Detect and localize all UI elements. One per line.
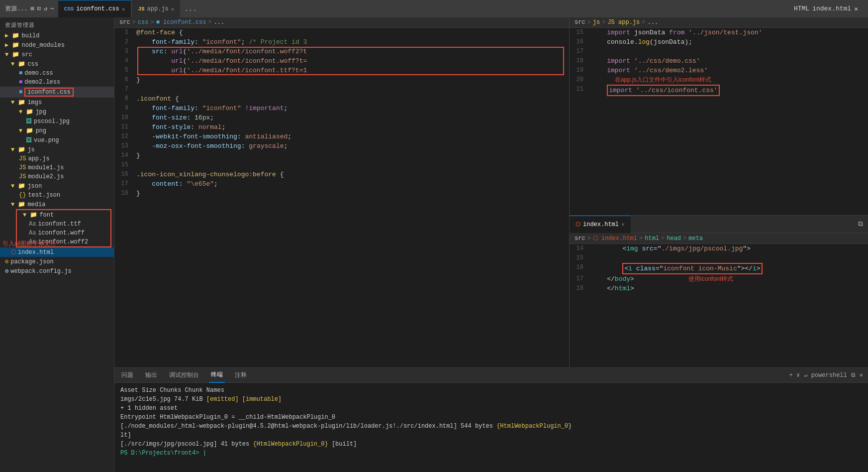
terminal-emitted: [emitted] [immutable] xyxy=(206,396,282,403)
more-icon[interactable]: ⋯ xyxy=(50,5,54,12)
sidebar-item-node-modules[interactable]: ▶ 📁 node_modules xyxy=(0,40,114,50)
sidebar-item-pscool-jpg[interactable]: 🖼 pscool.jpg xyxy=(0,117,114,126)
sidebar-item-iconfont-css-label: iconfont.css xyxy=(24,88,73,97)
left-breadcrumb-text: src xyxy=(119,19,130,26)
powershell-label: ↵ powershell xyxy=(804,371,847,379)
terminal-pscool-chunk: {HtmlWebpackPlugin_0} xyxy=(253,441,328,448)
tab-index-html-label: index.html xyxy=(583,221,619,228)
sidebar-item-css[interactable]: ▼ 📁 css xyxy=(0,59,114,69)
js-file-icon-module2: JS xyxy=(19,173,26,180)
split-terminal-icon[interactable]: ⧉ xyxy=(851,372,856,379)
tab-comments[interactable]: 注释 xyxy=(233,368,249,383)
title-bar-left: 资源... ⊞ ⊡ ↺ ⋯ xyxy=(5,4,54,13)
tab-more-button[interactable]: ... xyxy=(181,5,199,13)
terminal-prompt: PS D:\Projects\front4> | xyxy=(120,450,206,457)
code-line-16: 16 .icon-icon_xinlang-chunselogo:before … xyxy=(114,170,569,179)
new-file-icon[interactable]: ⊞ xyxy=(31,5,34,12)
sidebar-item-js-folder[interactable]: ▼ 📁 js xyxy=(0,145,114,154)
tab-index-html[interactable]: ⬡ index.html ✕ xyxy=(570,216,631,233)
terminal-img-asset: imgs/2c1e5.jpg 74.7 KiB xyxy=(120,396,206,403)
terminal-entrypoint: Entrypoint HtmlWebpackPlugin_0 = __child… xyxy=(120,414,335,421)
html-annotation-text: 使用iconfont样式 xyxy=(688,275,733,282)
new-terminal-button[interactable]: + ∨ xyxy=(789,371,800,379)
code-line-8: 8 .iconfont { xyxy=(114,94,569,104)
sidebar-item-build-label: build xyxy=(21,32,39,39)
right-breadcrumb-bottom: src > ⬡ index.html > html > head > meta xyxy=(570,233,868,244)
sidebar-item-font-folder[interactable]: ▼ 📁 font xyxy=(17,210,110,220)
sidebar-item-package-json[interactable]: ⚙ package.json xyxy=(0,257,114,266)
sidebar-item-jpg-label: jpg xyxy=(35,109,46,116)
close-terminal-icon[interactable]: ✕ xyxy=(860,371,863,379)
sidebar-item-jpg[interactable]: ▼ 📁 jpg xyxy=(0,107,114,117)
sidebar-item-json-folder[interactable]: ▼ 📁 json xyxy=(0,181,114,191)
sidebar-item-demo-css[interactable]: ■ demo.css xyxy=(0,69,114,78)
split-editor-icon[interactable]: ⧉ xyxy=(858,220,863,228)
tab-debug-console[interactable]: 调试控制台 xyxy=(167,368,201,383)
css-file-icon-iconfont: ■ xyxy=(19,89,22,96)
img-file-icon-vue: 🖼 xyxy=(26,136,32,144)
right-bottom-breadcrumb-index: ⬡ index.html xyxy=(593,235,637,242)
html-code-line-16: 16 <i class="iconfont icon-Music"></i> xyxy=(570,263,868,274)
tab-output[interactable]: 输出 xyxy=(143,368,159,383)
terminal-content[interactable]: Asset Size Chunks Chunk Names imgs/2c1e5… xyxy=(114,383,868,472)
tab-iconfont-css-label: iconfont.css xyxy=(76,5,119,12)
left-code-editor[interactable]: 1 @font-face { 2 font-family: "iconfont"… xyxy=(114,28,569,367)
tab-iconfont-css[interactable]: CSS iconfont.css ✕ xyxy=(58,0,131,17)
terminal-line-entrypoint: Entrypoint HtmlWebpackPlugin_0 = __child… xyxy=(120,413,862,422)
folder-icon-png: ▼ 📁 xyxy=(19,127,33,134)
folder-icon-css: ▼ 📁 xyxy=(11,60,25,68)
sidebar-item-module2-js[interactable]: JS module2.js xyxy=(0,172,114,181)
sidebar-item-index-html[interactable]: ⬡ index.html xyxy=(0,247,114,257)
sidebar-item-js-label: js xyxy=(27,146,34,153)
sidebar-item-webpack-config[interactable]: ⚙ webpack.config.js xyxy=(0,266,114,276)
terminal-line-prompt: PS D:\Projects\front4> | xyxy=(120,449,862,458)
sidebar-item-media-folder[interactable]: ▼ 📁 media xyxy=(0,200,114,209)
refresh-icon[interactable]: ↺ xyxy=(44,5,47,12)
new-folder-icon[interactable]: ⊡ xyxy=(37,5,41,12)
close-tab-index-html-icon[interactable]: ✕ xyxy=(621,221,625,228)
tab-terminal[interactable]: 终端 xyxy=(209,368,225,383)
terminal-tabs: 问题 输出 调试控制台 终端 注释 + ∨ ↵ powershell ⧉ ✕ xyxy=(114,368,868,383)
sidebar-item-iconfont-css[interactable]: ■ iconfont.css xyxy=(0,87,114,98)
sidebar-item-module1-js[interactable]: JS module1.js xyxy=(0,163,114,172)
js-icon: JS xyxy=(138,6,144,12)
close-tab-app-js-icon[interactable]: ✕ xyxy=(171,6,175,12)
sidebar-item-demo2-less-label: demo2.less xyxy=(24,79,60,86)
right-breadcrumb-top: src > js > JS app.js > ... xyxy=(570,17,868,28)
sidebar-item-demo-css-label: demo.css xyxy=(24,70,53,77)
sidebar-item-iconfont-ttf[interactable]: Aa iconfont.ttf xyxy=(17,220,110,229)
sidebar-item-app-js[interactable]: JS app.js xyxy=(0,154,114,163)
right-panel-bottom: ⬡ index.html ✕ ⧉ src > ⬡ index.html > xyxy=(570,216,868,367)
right-code-line-19: 19 import '../css/demo2.less' xyxy=(570,66,868,75)
sidebar-item-test-json[interactable]: {} test.json xyxy=(0,191,114,200)
code-line-4: 4 url('../media/font/iconfont.woff?t= xyxy=(114,56,569,66)
right-bottom-breadcrumb-head: head xyxy=(667,235,681,242)
right-top-code-editor[interactable]: 15 import jsonData from '../json/test.js… xyxy=(570,28,868,215)
sidebar-item-iconfont-ttf-label: iconfont.ttf xyxy=(38,221,81,228)
tab-problems[interactable]: 问题 xyxy=(119,368,135,383)
sidebar-item-vue-png[interactable]: 🖼 vue.png xyxy=(0,135,114,145)
sidebar-item-demo2-less[interactable]: ■ demo2.less xyxy=(0,78,114,87)
json-file-icon: {} xyxy=(19,192,26,199)
sidebar-title: 资源管理器 xyxy=(5,21,34,29)
right-bottom-code-editor[interactable]: 14 <img src="./imgs/jpg/pscool.jpg"> 15 … xyxy=(570,244,868,367)
sidebar-item-imgs[interactable]: ▼ 📁 imgs xyxy=(0,98,114,107)
sidebar-item-png[interactable]: ▼ 📁 png xyxy=(0,126,114,135)
code-line-5: 5 url('../media/font/iconfont.ttf?t=1 xyxy=(114,66,569,75)
folder-icon: ▶ 📁 xyxy=(5,41,19,49)
tab-bar: CSS iconfont.css ✕ JS app.js ✕ ... xyxy=(58,0,785,17)
right-code-line-17: 17 xyxy=(570,47,868,56)
terminal-line-hidden: + 1 hidden asset xyxy=(120,404,862,413)
config-file-icon: ⚙ xyxy=(5,267,8,275)
sidebar-item-build[interactable]: ▶ 📁 build xyxy=(0,31,114,40)
sidebar-item-iconfont-woff[interactable]: Aa iconfont.woff xyxy=(17,229,110,237)
close-right-panel-icon[interactable]: ✕ xyxy=(854,5,858,13)
explorer-button[interactable]: 资源... xyxy=(5,4,28,13)
right-panel: src > js > JS app.js > ... 15 import jso… xyxy=(570,17,868,367)
sidebar-item-src[interactable]: ▼ 📁 src xyxy=(0,50,114,59)
code-line-7: 7 xyxy=(114,85,569,94)
code-line-14: 14 } xyxy=(114,151,569,160)
tab-app-js[interactable]: JS app.js ✕ xyxy=(132,0,180,17)
close-tab-iconfont-css-icon[interactable]: ✕ xyxy=(122,6,125,12)
less-file-icon: ■ xyxy=(19,79,22,86)
